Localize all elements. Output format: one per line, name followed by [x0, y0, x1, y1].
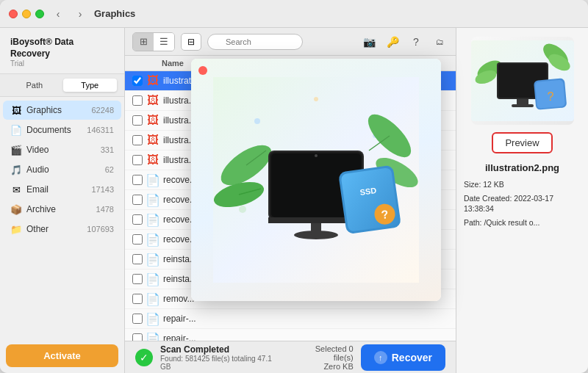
documents-icon: 📄: [10, 124, 22, 136]
camera-button[interactable]: 📷: [360, 33, 378, 51]
sidebar-item-email[interactable]: ✉ Email 17143: [3, 180, 121, 199]
svg-point-15: [239, 206, 246, 213]
row-checkbox-6[interactable]: [132, 195, 143, 205]
email-icon: ✉: [10, 184, 22, 195]
sidebar-count-graphics: 62248: [91, 106, 114, 115]
file-icon-9: 📄: [147, 253, 159, 265]
sidebar-count-video: 331: [101, 145, 114, 154]
status-bar: ✓ Scan Completed Found: 581425 file(s) t…: [125, 341, 456, 373]
scan-text: Scan Completed Found: 581425 file(s) tot…: [160, 344, 280, 371]
svg-rect-8: [512, 104, 534, 107]
tab-type[interactable]: Type: [63, 79, 118, 92]
detail-size-row: Size: 12 KB: [464, 179, 581, 190]
table-row[interactable]: 📄 repair-...: [125, 309, 456, 329]
sidebar-item-audio[interactable]: 🎵 Audio 62: [3, 160, 121, 179]
file-name-12: repair-...: [163, 314, 272, 324]
file-icon-12: 📄: [147, 313, 159, 325]
image-popup: SSD ?: [191, 59, 441, 301]
svg-point-13: [254, 118, 260, 124]
file-icon-10: 📄: [147, 273, 159, 285]
forward-button[interactable]: ›: [72, 6, 88, 22]
search-input[interactable]: [207, 34, 303, 50]
help-button[interactable]: ?: [407, 33, 425, 51]
traffic-lights: [9, 10, 44, 18]
row-checkbox-11[interactable]: [132, 294, 143, 304]
activate-button[interactable]: Activate: [6, 344, 118, 367]
row-checkbox-12[interactable]: [132, 314, 143, 324]
selected-info: Selected 0 file(s) Zero KB: [295, 344, 353, 371]
detail-size-label: Size:: [464, 180, 481, 189]
recover-button[interactable]: ↑ Recover: [361, 344, 445, 371]
sidebar-label-documents: Documents: [26, 125, 82, 135]
sidebar: iBoysoft® Data Recovery Trial Path Type …: [0, 28, 125, 373]
detail-date-label: Date Created:: [464, 194, 512, 203]
recover-label: Recover: [392, 352, 432, 363]
recover-icon: ↑: [374, 351, 387, 364]
file-icon-3: 🖼: [147, 134, 159, 146]
file-icon-5: 📄: [147, 174, 159, 186]
filter-button[interactable]: ⊟: [181, 33, 201, 51]
file-toolbar: ⊞ ☰ ⊟ 🔍 📷 🔑 ? 🗂: [125, 28, 456, 56]
sidebar-label-archive: Archive: [26, 204, 92, 214]
file-icon-11: 📄: [147, 293, 159, 305]
sidebar-count-archive: 1478: [96, 205, 114, 214]
file-name-13: repair-...: [163, 333, 272, 341]
close-button[interactable]: [9, 10, 18, 18]
scan-subtitle: Found: 581425 file(s) totaling 47.1 GB: [160, 355, 280, 371]
row-checkbox-7[interactable]: [132, 214, 143, 225]
svg-rect-7: [517, 99, 528, 105]
row-checkbox-8[interactable]: [132, 234, 143, 245]
app-name: iBoysoft® Data Recovery: [10, 37, 114, 59]
folder-button[interactable]: 🗂: [431, 33, 448, 51]
other-icon: 📁: [10, 223, 22, 235]
sidebar-label-graphics: Graphics: [26, 105, 87, 115]
back-button[interactable]: ‹: [50, 6, 66, 22]
detail-date-row: Date Created: 2022-03-17 13:38:34: [464, 193, 581, 214]
sidebar-count-other: 107693: [87, 225, 114, 233]
sidebar-label-video: Video: [26, 145, 96, 155]
row-checkbox-5[interactable]: [132, 175, 143, 185]
scan-title: Scan Completed: [160, 344, 280, 355]
file-icon-1: 🖼: [147, 95, 159, 106]
row-checkbox-2[interactable]: [132, 115, 143, 126]
sidebar-item-video[interactable]: 🎬 Video 331: [3, 140, 121, 159]
svg-point-17: [314, 97, 318, 101]
sidebar-item-graphics[interactable]: 🖼 Graphics 62248: [3, 101, 121, 120]
row-checkbox-4[interactable]: [132, 155, 143, 165]
sidebar-label-email: Email: [26, 184, 87, 195]
info-button[interactable]: 🔑: [384, 33, 401, 51]
row-checkbox-13[interactable]: [132, 333, 143, 341]
view-list-button[interactable]: ☰: [154, 33, 174, 51]
app-trial-label: Trial: [10, 59, 114, 68]
tab-path[interactable]: Path: [7, 79, 62, 92]
scan-complete-icon: ✓: [135, 349, 153, 366]
selected-size-text: Zero KB: [295, 362, 353, 371]
file-icon-7: 📄: [147, 214, 159, 225]
row-checkbox-1[interactable]: [132, 95, 143, 106]
sidebar-header: iBoysoft® Data Recovery Trial: [0, 28, 124, 74]
preview-button[interactable]: Preview: [492, 132, 552, 153]
row-checkbox-9[interactable]: [132, 254, 143, 264]
table-row[interactable]: 📄 repair-...: [125, 329, 456, 341]
sidebar-item-documents[interactable]: 📄 Documents 146311: [3, 120, 121, 140]
popup-inner: SSD ?: [191, 59, 441, 301]
selected-files-text: Selected 0 file(s): [295, 344, 353, 362]
sidebar-label-audio: Audio: [26, 164, 101, 175]
maximize-button[interactable]: [35, 10, 44, 18]
video-icon: 🎬: [10, 144, 22, 156]
row-checkbox-10[interactable]: [132, 274, 143, 284]
preview-image: ?: [471, 40, 574, 121]
file-icon-8: 📄: [147, 233, 159, 245]
tab-switcher: Path Type: [0, 74, 124, 97]
audio-icon: 🎵: [10, 164, 22, 175]
row-checkbox-0[interactable]: [132, 76, 143, 86]
view-grid-button[interactable]: ⊞: [133, 33, 154, 51]
row-checkbox-3[interactable]: [132, 135, 143, 145]
sidebar-count-audio: 62: [105, 165, 114, 174]
minimize-button[interactable]: [22, 10, 31, 18]
popup-close-button[interactable]: [198, 66, 207, 75]
popup-illustration: SSD ?: [213, 77, 419, 283]
sidebar-item-archive[interactable]: 📦 Archive 1478: [3, 200, 121, 219]
sidebar-item-other[interactable]: 📁 Other 107693: [3, 220, 121, 239]
detail-path-row: Path: /Quick result o...: [464, 217, 581, 228]
